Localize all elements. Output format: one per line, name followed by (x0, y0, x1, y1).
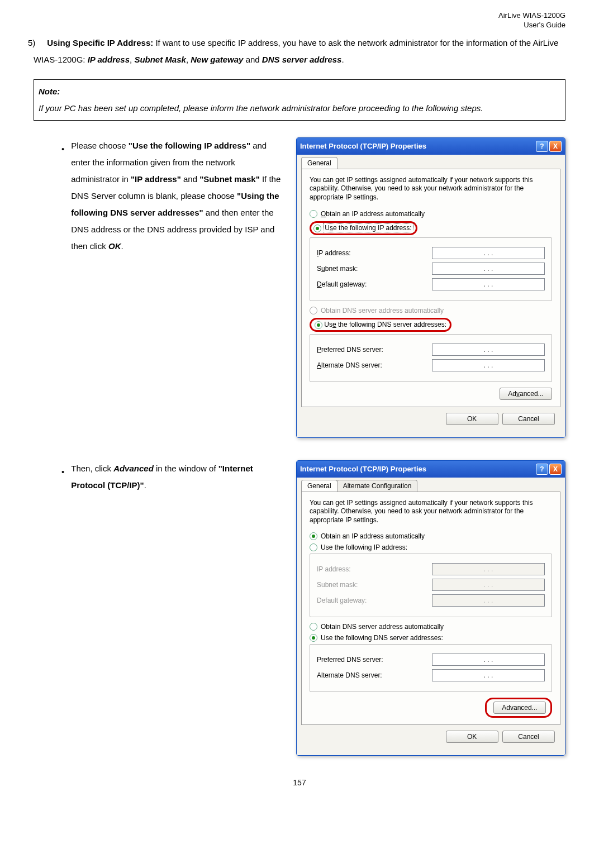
dialog-desc: You can get IP settings assigned automat… (310, 499, 552, 525)
bullet-dot-icon: • (61, 464, 64, 494)
tcpip-dialog-1: Internet Protocol (TCP/IP) Properties ? … (296, 137, 565, 438)
input-preferred-dns[interactable]: . . . (432, 344, 545, 356)
bullet-1: • Please choose "Use the following IP ad… (61, 137, 285, 255)
input-default-gateway: . . . (432, 594, 545, 607)
radio-obtain-dns-auto[interactable] (310, 623, 317, 631)
input-alternate-dns[interactable]: . . . (432, 669, 545, 681)
label-subnet-mask: Subnet mask: (317, 265, 432, 273)
label-obtain-ip-auto: Obtain an IP address automatically (321, 532, 425, 540)
step-number: 5) (28, 35, 45, 51)
label-use-following-dns: Use the following DNS server addresses: (324, 321, 446, 328)
radio-use-following-dns[interactable] (315, 321, 322, 329)
label-default-gateway: Default gateway: (317, 280, 432, 288)
doc-header: AirLive WIAS-1200G User's Guide (34, 11, 565, 30)
dialog-desc: You can get IP settings assigned automat… (310, 176, 552, 202)
label-default-gateway: Default gateway: (317, 597, 432, 604)
header-line-1: AirLive WIAS-1200G (34, 11, 565, 21)
label-obtain-ip-auto: Obtain an IP address automatically (321, 210, 425, 218)
label-use-following-ip: Use the following IP address: (321, 543, 407, 551)
radio-use-following-dns[interactable] (310, 634, 317, 642)
input-preferred-dns[interactable]: . . . (432, 654, 545, 666)
label-alternate-dns: Alternate DNS server: (317, 671, 432, 679)
highlight-use-dns: Use the following DNS server addresses: (310, 318, 451, 332)
step-bold-title: Using Specific IP Address: (47, 38, 153, 47)
input-subnet-mask[interactable]: . . . (432, 263, 545, 275)
label-use-following-dns: Use the following DNS server addresses: (321, 634, 443, 642)
label-ip-address: IP address: (317, 565, 432, 573)
label-use-following-ip: Use the following IP address: (323, 223, 413, 232)
ok-button[interactable]: OK (446, 413, 498, 425)
bullet-2: • Then, click Advanced in the window of … (61, 460, 285, 494)
input-alternate-dns[interactable]: . . . (432, 359, 545, 371)
page-number: 157 (34, 778, 565, 787)
input-ip-address[interactable]: . . . (432, 247, 545, 259)
close-button[interactable]: X (549, 141, 562, 152)
label-obtain-dns-auto: Obtain DNS server address automatically (321, 623, 444, 631)
radio-obtain-dns-auto (310, 307, 317, 314)
radio-obtain-ip-auto[interactable] (310, 532, 317, 540)
input-subnet-mask: . . . (432, 579, 545, 591)
highlight-use-ip: Use the following IP address: (310, 221, 417, 235)
highlight-advanced: Advanced... (485, 698, 552, 718)
tab-general[interactable]: General (301, 480, 337, 492)
cancel-button[interactable]: Cancel (502, 731, 555, 743)
label-preferred-dns: Preferred DNS server: (317, 656, 432, 664)
note-body: If your PC has been set up completed, pl… (39, 100, 560, 117)
label-obtain-dns-auto: Obtain DNS server address automatically (321, 307, 552, 314)
radio-obtain-ip-auto[interactable] (310, 210, 317, 218)
input-default-gateway[interactable]: . . . (432, 278, 545, 290)
dialog-title: Internet Protocol (TCP/IP) Properties (300, 465, 426, 473)
help-button[interactable]: ? (536, 464, 548, 475)
tab-alternate-config[interactable]: Alternate Configuration (337, 480, 418, 492)
note-box: Note: If your PC has been set up complet… (34, 79, 565, 121)
radio-use-following-ip[interactable] (310, 543, 317, 551)
tcpip-dialog-2: Internet Protocol (TCP/IP) Properties ? … (296, 460, 565, 756)
dialog-title: Internet Protocol (TCP/IP) Properties (300, 142, 426, 150)
radio-use-following-ip[interactable] (313, 225, 321, 232)
label-subnet-mask: Subnet mask: (317, 581, 432, 589)
tab-general[interactable]: General (301, 157, 337, 169)
step-5-paragraph: 5) Using Specific IP Address: If want to… (34, 35, 565, 68)
bullet-dot-icon: • (61, 141, 64, 255)
advanced-button[interactable]: Advanced... (500, 388, 552, 400)
cancel-button[interactable]: Cancel (502, 413, 555, 425)
label-ip-address: IP address: (317, 249, 432, 257)
header-line-2: User's Guide (34, 21, 565, 30)
help-button[interactable]: ? (536, 141, 548, 152)
ok-button[interactable]: OK (446, 731, 498, 743)
advanced-button[interactable]: Advanced... (493, 702, 546, 714)
close-button[interactable]: X (549, 464, 562, 475)
label-alternate-dns: Alternate DNS server: (317, 361, 432, 369)
note-title: Note: (39, 87, 60, 96)
input-ip-address: . . . (432, 563, 545, 575)
label-preferred-dns: Preferred DNS server: (317, 346, 432, 354)
